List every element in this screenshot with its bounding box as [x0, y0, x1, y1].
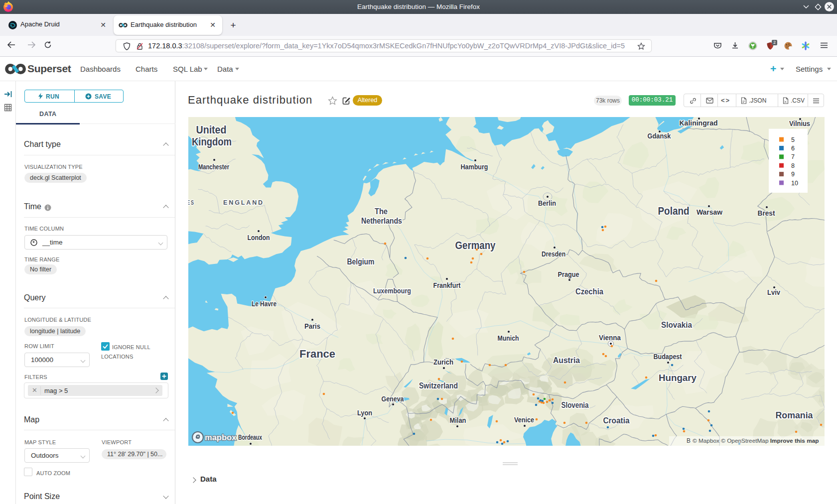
svg-text:Kaliningrad: Kaliningrad — [680, 119, 718, 127]
svg-text:5: 5 — [791, 136, 795, 143]
svg-text:Dresden: Dresden — [542, 250, 565, 258]
svg-text:Berlin: Berlin — [538, 199, 556, 207]
svg-text:Switzerland: Switzerland — [419, 381, 458, 390]
svg-text:Budapest: Budapest — [654, 353, 682, 361]
svg-text:Belgium: Belgium — [347, 257, 375, 266]
svg-text:Paris: Paris — [304, 322, 320, 330]
svg-text:Prague: Prague — [558, 270, 579, 278]
svg-text:6: 6 — [791, 145, 795, 152]
svg-text:Munich: Munich — [498, 334, 519, 342]
svg-text:Czechia: Czechia — [575, 287, 603, 296]
svg-text:France: France — [299, 348, 335, 360]
svg-text:Frankfurt: Frankfurt — [433, 281, 461, 289]
svg-text:8: 8 — [791, 162, 795, 169]
svg-text:ES: ES — [188, 199, 195, 206]
svg-text:Poland: Poland — [658, 205, 690, 217]
svg-text:7: 7 — [791, 153, 795, 160]
svg-text:Geneva: Geneva — [382, 395, 404, 403]
svg-text:Bordeaux: Bordeaux — [238, 433, 262, 441]
svg-text:Vienna: Vienna — [599, 334, 621, 342]
svg-text:Romania: Romania — [776, 410, 813, 420]
svg-text:B: B — [687, 437, 691, 444]
svg-text:Lyon: Lyon — [357, 409, 372, 417]
svg-text:9: 9 — [791, 171, 795, 178]
svg-text:Vilnius: Vilnius — [789, 120, 810, 127]
svg-text:Hamburg: Hamburg — [461, 163, 488, 171]
svg-text:Milan: Milan — [450, 416, 466, 424]
svg-text:Luxembourg: Luxembourg — [373, 286, 411, 295]
svg-text:Warsaw: Warsaw — [697, 208, 722, 216]
svg-text:mapbox: mapbox — [205, 433, 237, 442]
svg-text:Croatia: Croatia — [603, 416, 630, 425]
svg-text:Austria: Austria — [553, 356, 580, 365]
svg-text:© Mapbox © OpenStreetMap Impr: © Mapbox © OpenStreetMap Improve this ma… — [693, 437, 819, 444]
svg-text:Netherlands: Netherlands — [361, 216, 402, 226]
svg-text:Zurich: Zurich — [433, 358, 453, 366]
svg-text:London: London — [248, 234, 270, 242]
svg-text:Lviv: Lviv — [767, 288, 780, 296]
svg-text:Kingdom: Kingdom — [192, 135, 232, 148]
svg-text:United: United — [196, 124, 227, 136]
svg-text:10: 10 — [791, 180, 798, 187]
svg-text:Hungary: Hungary — [659, 373, 697, 383]
svg-text:Slovenia: Slovenia — [561, 401, 589, 409]
svg-text:ENGLAND: ENGLAND — [223, 199, 264, 206]
svg-text:Manchester: Manchester — [198, 163, 229, 171]
svg-text:The: The — [375, 207, 388, 216]
svg-text:Gdansk: Gdansk — [648, 132, 671, 140]
svg-text:Slovakia: Slovakia — [661, 320, 692, 330]
svg-text:Venice: Venice — [514, 416, 534, 424]
svg-text:Germany: Germany — [455, 239, 496, 252]
svg-text:Brest: Brest — [758, 209, 775, 217]
svg-text:Le Havre: Le Havre — [252, 300, 277, 308]
